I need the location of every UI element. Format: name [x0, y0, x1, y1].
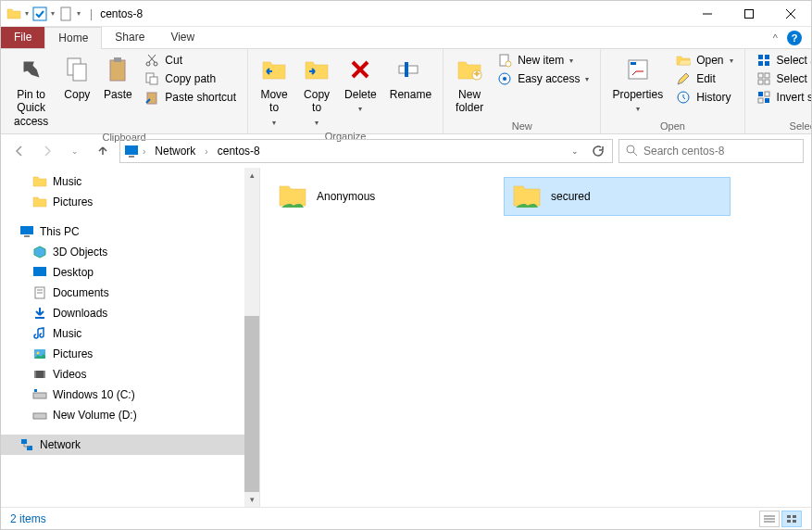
refresh-button[interactable] [586, 140, 608, 162]
search-input[interactable] [643, 145, 797, 158]
copy-path-icon [144, 71, 159, 86]
paste-shortcut-button[interactable]: Paste shortcut [139, 88, 242, 107]
explorer-body: Music Pictures This PC 3D Objects Deskto… [1, 168, 811, 507]
svg-rect-57 [21, 439, 27, 444]
svg-rect-27 [765, 55, 769, 59]
crumb-network[interactable]: Network [149, 143, 201, 159]
pin-to-quick-access-button[interactable]: Pin to Quick access [6, 51, 56, 132]
copy-icon [62, 55, 92, 84]
help-icon[interactable]: ? [787, 31, 802, 45]
copy-button[interactable]: Copy [57, 51, 96, 105]
move-to-button[interactable]: Move to ▾ [254, 51, 294, 131]
tree-c-drive[interactable]: Windows 10 (C:) [1, 385, 259, 405]
select-none-button[interactable]: Select none [751, 69, 812, 88]
open-group-label: Open [606, 120, 738, 133]
tree-music[interactable]: Music [1, 171, 259, 192]
new-folder-button[interactable]: ✦ New folder [449, 51, 490, 119]
copy-to-button[interactable]: Copy to ▾ [296, 51, 337, 131]
share-item-secured[interactable]: secured [504, 177, 731, 216]
qat-overflow-icon[interactable]: ▾ [77, 9, 81, 18]
ribbon-collapse-icon[interactable]: ^ [773, 32, 778, 44]
maximize-button[interactable] [728, 1, 769, 27]
svg-point-50 [37, 352, 40, 355]
minimize-button[interactable] [686, 1, 728, 27]
back-button[interactable] [8, 140, 31, 162]
crumb-host[interactable]: centos-8 [212, 143, 266, 159]
close-button[interactable] [769, 1, 811, 27]
address-bar[interactable]: › Network › centos-8 ⌄ [119, 139, 613, 163]
svg-rect-13 [150, 77, 157, 84]
scroll-thumb[interactable] [244, 316, 259, 492]
svg-rect-34 [758, 92, 763, 96]
pictures-icon [32, 347, 47, 361]
select-all-button[interactable]: Select all [751, 51, 812, 69]
tab-home[interactable]: Home [44, 27, 102, 49]
up-button[interactable] [92, 140, 114, 162]
address-dropdown-icon[interactable]: ⌄ [564, 140, 586, 162]
tree-pictures2[interactable]: Pictures [1, 344, 259, 364]
network-icon [19, 437, 34, 452]
open-button[interactable]: Open ▾ [670, 51, 738, 69]
doc-icon [58, 6, 73, 21]
chevron-right-icon[interactable]: › [141, 146, 147, 157]
ribbon-group-new: ✦ New folder New item ▾ Easy access ▾ Ne… [443, 49, 601, 133]
chevron-down-icon: ▾ [315, 119, 319, 128]
svg-rect-30 [758, 73, 763, 78]
tree-desktop[interactable]: Desktop [1, 262, 259, 283]
tree-this-pc[interactable]: This PC [1, 221, 259, 242]
documents-icon [32, 285, 47, 300]
downloads-icon [32, 306, 47, 321]
new-folder-icon: ✦ [455, 55, 484, 84]
tree-downloads[interactable]: Downloads [1, 303, 259, 323]
tree-pictures[interactable]: Pictures [1, 192, 259, 212]
items-view[interactable]: Anonymous secured [260, 168, 811, 507]
recent-dropdown-icon[interactable]: ⌄ [64, 140, 86, 162]
tab-view[interactable]: View [157, 27, 207, 48]
scroll-down-icon[interactable]: ▾ [244, 492, 259, 507]
music-icon [32, 326, 47, 341]
videos-icon [32, 367, 47, 382]
chevron-down-icon: ▾ [569, 57, 573, 65]
tree-d-drive[interactable]: New Volume (D:) [1, 405, 259, 425]
easy-access-button[interactable]: Easy access ▾ [492, 69, 594, 88]
scroll-up-icon[interactable]: ▴ [244, 168, 259, 183]
properties-button[interactable]: Properties ▾ [606, 51, 668, 118]
move-to-icon [259, 55, 289, 84]
history-button[interactable]: History [670, 88, 738, 107]
checkbox-icon[interactable] [32, 6, 47, 21]
tab-file[interactable]: File [1, 27, 44, 48]
paste-button[interactable]: Paste [98, 51, 137, 105]
svg-rect-52 [34, 371, 36, 378]
delete-button[interactable]: Delete ▾ [339, 51, 382, 118]
tree-network[interactable]: Network [1, 435, 259, 455]
tree-videos[interactable]: Videos [1, 364, 259, 385]
select-group-label: Select [751, 120, 812, 133]
tree-3d-objects[interactable]: 3D Objects [1, 242, 259, 262]
copy-path-button[interactable]: Copy path [139, 69, 242, 88]
svg-rect-35 [765, 92, 769, 96]
chevron-down-icon: ▾ [636, 105, 640, 114]
tree-music2[interactable]: Music [1, 323, 259, 344]
ribbon-group-open: Properties ▾ Open ▾ Edit History Op [601, 49, 744, 133]
svg-rect-1 [61, 7, 70, 20]
view-icons-button[interactable] [781, 511, 802, 527]
rename-button[interactable]: Rename [384, 51, 437, 105]
edit-button[interactable]: Edit [670, 69, 738, 88]
new-item-button[interactable]: New item ▾ [492, 51, 594, 69]
tab-share[interactable]: Share [102, 27, 157, 48]
share-item-label: Anonymous [317, 190, 375, 203]
search-box[interactable] [618, 139, 804, 163]
view-details-button[interactable] [759, 511, 780, 527]
qat-dropdown2-icon[interactable]: ▾ [51, 9, 55, 18]
qat-dropdown-icon[interactable]: ▾ [25, 9, 29, 18]
svg-rect-53 [44, 371, 45, 378]
cut-button[interactable]: Cut [139, 51, 242, 69]
forward-button[interactable] [36, 140, 58, 162]
invert-selection-button[interactable]: Invert selection [751, 88, 812, 107]
svg-rect-14 [147, 93, 156, 104]
svg-rect-16 [405, 62, 408, 77]
chevron-right-icon[interactable]: › [203, 146, 209, 157]
share-item-anonymous[interactable]: Anonymous [269, 177, 496, 216]
svg-point-10 [146, 62, 150, 66]
tree-documents[interactable]: Documents [1, 283, 259, 303]
